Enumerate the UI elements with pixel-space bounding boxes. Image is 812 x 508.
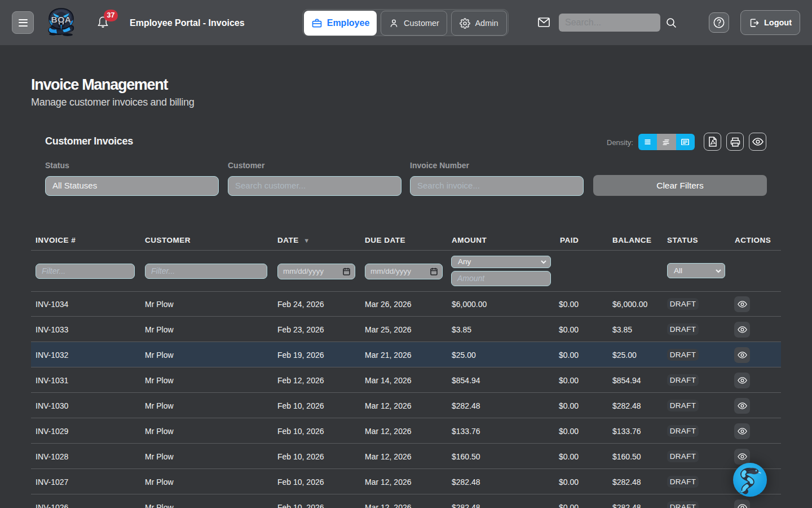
- svg-text:BOA: BOA: [51, 15, 72, 24]
